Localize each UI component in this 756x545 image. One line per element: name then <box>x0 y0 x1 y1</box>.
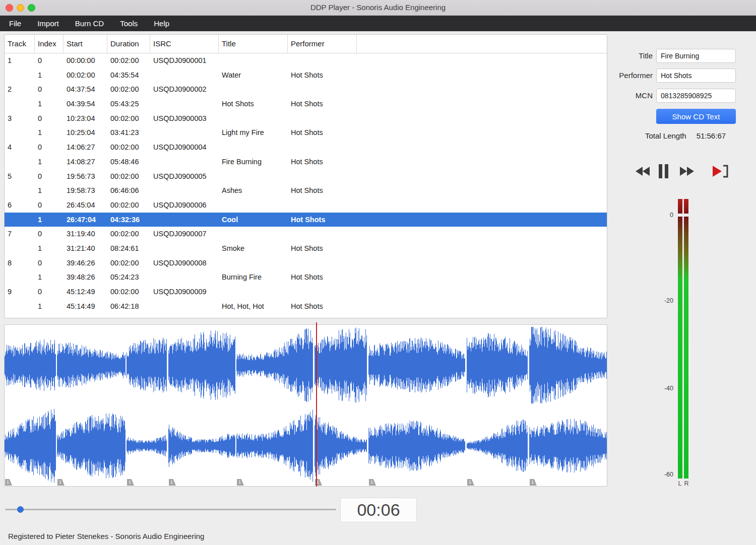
seek-slider[interactable] <box>5 506 336 514</box>
table-row[interactable]: 119:58:7306:46:06AshesHot Shots <box>5 183 607 198</box>
cell-duration: 05:43:25 <box>107 97 150 111</box>
meter-tick-label: 0 <box>655 211 673 219</box>
table-row[interactable]: 1000:00:0000:02:00USQDJ0900001 <box>5 53 607 68</box>
title-input[interactable] <box>656 49 736 63</box>
play-to-marker-icon <box>713 164 729 178</box>
cell-start: 19:58:73 <box>64 183 107 198</box>
cell-performer <box>288 256 357 270</box>
table-row[interactable]: 8039:46:2600:02:00USQDJ0900008 <box>5 256 607 270</box>
header-cell-filler <box>357 35 607 53</box>
cell-duration: 04:32:36 <box>107 213 150 227</box>
pause-button[interactable] <box>659 161 668 181</box>
table-row[interactable]: 131:21:4008:24:61SmokeHot Shots <box>5 241 607 256</box>
cell-performer: Hot Shots <box>288 68 357 83</box>
seek-slider-thumb[interactable] <box>17 506 24 513</box>
cell-performer: Hot Shots <box>288 97 357 111</box>
cell-title: Light my Fire <box>219 125 288 140</box>
cell-isrc <box>150 241 219 256</box>
header-cell-title[interactable]: Title <box>219 35 288 53</box>
table-row[interactable]: 3010:23:0400:02:00USQDJ0900003 <box>5 111 607 126</box>
header-cell-start[interactable]: Start <box>64 35 107 53</box>
menu-item-file[interactable]: File <box>1 16 29 31</box>
cell-track <box>5 213 35 227</box>
cell-index: 0 <box>35 53 64 68</box>
header-cell-performer[interactable]: Performer <box>288 35 357 53</box>
titlebar: DDP Player - Sonoris Audio Engineering <box>0 0 756 16</box>
header-cell-track[interactable]: Track <box>5 35 35 53</box>
cell-start: 10:23:04 <box>64 111 107 126</box>
table-row[interactable]: 100:02:0004:35:54WaterHot Shots <box>5 68 607 83</box>
seek-slider-track[interactable] <box>5 509 336 510</box>
cell-track <box>5 241 35 256</box>
cell-isrc <box>150 68 219 83</box>
cell-isrc: USQDJ0900003 <box>150 111 219 126</box>
cell-start: 39:48:26 <box>64 270 107 285</box>
table-row[interactable]: 2004:37:5400:02:00USQDJ0900002 <box>5 82 607 97</box>
track-table-body: 1000:00:0000:02:00USQDJ0900001100:02:000… <box>5 53 607 313</box>
table-row[interactable]: 145:14:4906:42:18Hot, Hot, HotHot Shots <box>5 299 607 314</box>
app-window: DDP Player - Sonoris Audio Engineering F… <box>0 0 756 545</box>
meter-bar-right <box>684 217 688 479</box>
cell-start: 26:45:04 <box>64 198 107 213</box>
cell-performer: Hot Shots <box>288 155 357 169</box>
waveform-panel[interactable]: 111111111 <box>4 324 607 487</box>
table-row[interactable]: 104:39:5405:43:25Hot ShotsHot Shots <box>5 97 607 111</box>
cell-track: 6 <box>5 198 35 213</box>
registration-text: Registered to Pieter Stenekes - Sonoris … <box>8 532 204 540</box>
menu-item-tools[interactable]: Tools <box>112 16 146 31</box>
header-cell-duration[interactable]: Duration <box>107 35 150 53</box>
table-row[interactable]: 139:48:2605:24:23Burning FireHot Shots <box>5 270 607 285</box>
total-length: Total Length 51:56:67 <box>631 131 740 140</box>
cell-duration: 00:02:00 <box>107 227 150 241</box>
meter-tick-label: -60 <box>655 470 673 479</box>
table-row[interactable]: 4014:06:2700:02:00USQDJ0900004 <box>5 140 607 155</box>
table-row[interactable]: 114:08:2705:48:46Fire BurningHot Shots <box>5 155 607 169</box>
meter-clip-left <box>678 199 682 214</box>
header-cell-index[interactable]: Index <box>35 35 64 53</box>
total-length-label: Total Length <box>645 131 686 140</box>
play-to-marker-button[interactable] <box>713 161 729 181</box>
cell-title <box>219 140 288 155</box>
cell-isrc <box>150 125 219 140</box>
performer-input[interactable] <box>656 69 736 83</box>
cell-index: 1 <box>35 270 64 285</box>
cell-performer <box>288 111 357 126</box>
cell-isrc <box>150 299 219 314</box>
cell-start: 45:12:49 <box>64 285 107 299</box>
waveform-canvas[interactable] <box>5 325 607 486</box>
cell-performer <box>288 198 357 213</box>
cell-duration: 00:02:00 <box>107 82 150 97</box>
cell-title <box>219 53 288 68</box>
table-row[interactable]: 5019:56:7300:02:00USQDJ0900005 <box>5 169 607 184</box>
table-row[interactable]: 6026:45:0400:02:00USQDJ0900006 <box>5 198 607 213</box>
cell-performer: Hot Shots <box>288 183 357 198</box>
menu-item-burn-cd[interactable]: Burn CD <box>67 16 112 31</box>
cell-isrc: USQDJ0900005 <box>150 169 219 184</box>
cell-title <box>219 82 288 97</box>
time-display: 00:06 <box>340 498 417 522</box>
cell-duration: 08:24:61 <box>107 241 150 256</box>
cell-track <box>5 270 35 285</box>
show-cd-text-button[interactable]: Show CD Text <box>656 109 736 124</box>
table-row[interactable]: 9045:12:4900:02:00USQDJ0900009 <box>5 285 607 299</box>
table-row[interactable]: 110:25:0403:41:23Light my FireHot Shots <box>5 125 607 140</box>
cell-index: 0 <box>35 111 64 126</box>
cell-track: 4 <box>5 140 35 155</box>
menu-item-help[interactable]: Help <box>146 16 177 31</box>
cell-track <box>5 97 35 111</box>
cell-performer: Hot Shots <box>288 299 357 314</box>
menu-item-import[interactable]: Import <box>29 16 67 31</box>
cell-track: 8 <box>5 256 35 270</box>
cell-start: 00:00:00 <box>64 53 107 68</box>
cell-duration: 00:02:00 <box>107 256 150 270</box>
rewind-button[interactable] <box>636 161 650 181</box>
fast-forward-button[interactable] <box>680 161 694 181</box>
mcn-input[interactable] <box>656 89 736 103</box>
menu-bar: FileImportBurn CDToolsHelp <box>0 16 756 31</box>
cell-duration: 06:42:18 <box>107 299 150 314</box>
cell-duration: 03:41:23 <box>107 125 150 140</box>
cell-start: 26:47:04 <box>64 213 107 227</box>
header-cell-isrc[interactable]: ISRC <box>150 35 219 53</box>
table-row[interactable]: 7031:19:4000:02:00USQDJ0900007 <box>5 227 607 241</box>
table-row[interactable]: 126:47:0404:32:36CoolHot Shots <box>5 213 607 227</box>
